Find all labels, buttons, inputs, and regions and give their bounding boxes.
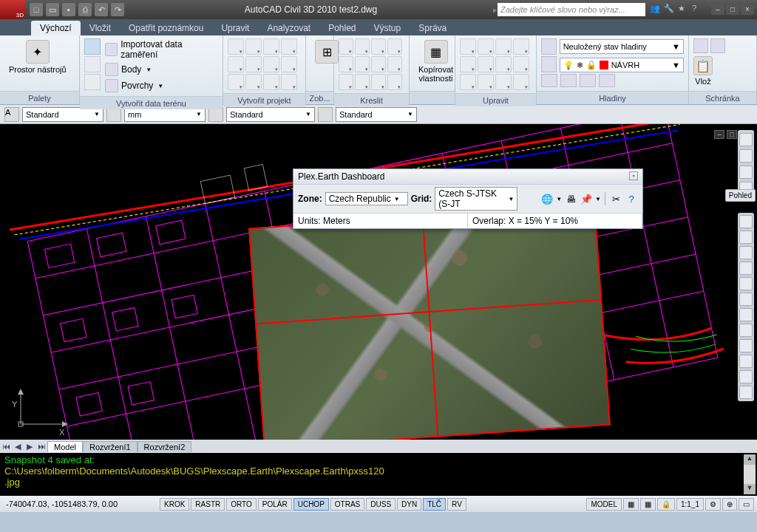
line-icon[interactable] — [339, 38, 353, 55]
project-icon[interactable] — [228, 38, 244, 55]
tab-vychozi[interactable]: Výchozí — [31, 21, 81, 35]
modify-icon[interactable] — [460, 56, 476, 72]
textstyle-icon[interactable]: A — [4, 107, 19, 122]
circle-icon[interactable] — [371, 38, 386, 55]
plexearth-dashboard[interactable]: Plex.Earth Dashboard▫ Zone: Czech Republ… — [293, 168, 643, 229]
tools-icon[interactable]: ✂ — [609, 192, 622, 205]
tool-icon[interactable] — [739, 339, 753, 352]
plex-help-icon[interactable]: ? — [625, 192, 638, 205]
draw-icon[interactable] — [387, 74, 402, 90]
modify-icon[interactable] — [478, 74, 494, 90]
tab-last-icon[interactable]: ⏭ — [35, 442, 47, 451]
tool-icon[interactable] — [739, 277, 753, 290]
layer-props-icon[interactable] — [541, 38, 557, 55]
body-button[interactable]: Body▼ — [103, 62, 218, 77]
tool-icon[interactable] — [739, 386, 753, 399]
modify-icon[interactable] — [513, 56, 529, 72]
draw-icon[interactable] — [371, 56, 386, 72]
project-icon[interactable] — [281, 38, 297, 55]
paste-button[interactable]: 📋Vlož — [693, 56, 713, 86]
globe-icon[interactable]: 🌐 — [540, 192, 554, 205]
project-icon[interactable] — [281, 74, 297, 90]
tab-pohled[interactable]: Pohled — [319, 21, 364, 35]
panel-label-palety[interactable]: Palety — [0, 91, 79, 104]
view-label[interactable]: Pohled — [725, 189, 756, 202]
draw-icon[interactable] — [371, 74, 386, 90]
status-uchop[interactable]: UCHOP — [293, 498, 329, 511]
tab-layout2[interactable]: Rozvržení2 — [138, 441, 192, 452]
modify-icon[interactable] — [495, 56, 512, 72]
layer-icon[interactable] — [580, 74, 596, 87]
panel-label-upravit[interactable]: Upravit — [455, 93, 536, 106]
rotate-icon[interactable] — [495, 38, 512, 55]
tab-model[interactable]: Model — [47, 441, 83, 452]
qat-open-icon[interactable]: ▭ — [46, 3, 59, 16]
layer-icon[interactable] — [599, 74, 615, 87]
coordinates[interactable]: -740047.03, -1051483.79, 0.00 — [3, 499, 158, 508]
project-icon[interactable] — [245, 56, 262, 72]
modify-icon[interactable] — [513, 74, 529, 90]
draw-icon[interactable] — [355, 56, 370, 72]
status-orto[interactable]: ORTO — [226, 498, 257, 511]
status-krok[interactable]: KROK — [160, 498, 189, 511]
pan-icon[interactable] — [739, 149, 753, 163]
cmd-scrollbar[interactable]: ▲▼ — [744, 454, 756, 494]
copy-icon[interactable] — [478, 38, 494, 55]
status-duss[interactable]: DUSS — [366, 498, 396, 511]
project-icon[interactable] — [263, 74, 279, 90]
print-icon[interactable]: 🖶 — [564, 192, 577, 205]
zoom-icon[interactable] — [739, 166, 753, 179]
points-icon[interactable] — [84, 56, 101, 72]
status-grid-icon[interactable]: ▦ — [640, 498, 656, 511]
status-tool-icon[interactable]: ⚙ — [705, 498, 721, 511]
plexearth-titlebar[interactable]: Plex.Earth Dashboard▫ — [293, 169, 642, 184]
pin-icon[interactable]: 📌 — [580, 192, 593, 205]
project-icon[interactable] — [228, 74, 244, 90]
tablestyle-combo[interactable]: Standard▼ — [226, 107, 315, 122]
maximize-button[interactable]: □ — [726, 4, 739, 15]
tab-poznamka[interactable]: Opatřit poznámkou — [120, 21, 212, 35]
layer-icon[interactable] — [541, 74, 557, 87]
tab-vlozit[interactable]: Vložit — [81, 21, 120, 35]
copy-clip-icon[interactable] — [710, 38, 725, 53]
status-tlc[interactable]: TLČ — [423, 498, 446, 511]
layer-combo[interactable]: 💡❄🔓NÁVRH▼ — [560, 58, 684, 72]
help-icon[interactable]: ? — [692, 4, 704, 16]
cut-icon[interactable] — [693, 38, 708, 53]
draw-icon[interactable] — [355, 74, 370, 90]
status-grid-icon[interactable]: ▦ — [623, 498, 639, 511]
mlstyle-combo[interactable]: Standard▼ — [336, 107, 417, 122]
surface-icon[interactable] — [84, 74, 101, 90]
tool-icon[interactable] — [739, 324, 753, 337]
tab-vystup[interactable]: Výstup — [365, 21, 410, 35]
tab-analyzovat[interactable]: Analyzovat — [258, 21, 319, 35]
layer-state-combo[interactable]: Neuložený stav hladiny▼ — [560, 39, 684, 54]
app-menu-button[interactable] — [0, 0, 25, 19]
layer-icon[interactable] — [560, 74, 577, 87]
povrchy-button[interactable]: Povrchy▼ — [103, 78, 218, 93]
mlstyle-icon[interactable] — [318, 107, 333, 122]
trim-icon[interactable] — [513, 38, 529, 55]
status-scale-lock-icon[interactable]: 🔒 — [657, 498, 675, 511]
project-icon[interactable] — [281, 56, 297, 72]
modify-icon[interactable] — [478, 56, 494, 72]
tab-first-icon[interactable]: ⏮ — [0, 442, 12, 451]
tool-icon[interactable] — [739, 355, 753, 368]
command-line[interactable]: Snapshot 4 saved at: C:\Users\folberm\Do… — [0, 453, 757, 496]
project-icon[interactable] — [245, 38, 262, 55]
project-icon[interactable] — [263, 38, 279, 55]
panel-label-teren[interactable]: Vytvořit data terénu — [80, 96, 223, 109]
zone-combo[interactable]: Czech Republic▼ — [325, 192, 408, 205]
key-icon[interactable]: 🔧 — [664, 4, 676, 16]
panel-label-hladiny[interactable]: Hladiny — [537, 91, 688, 104]
project-icon[interactable] — [228, 56, 244, 72]
survey-icon[interactable] — [84, 38, 101, 55]
status-otras[interactable]: OTRAS — [330, 498, 364, 511]
status-rv[interactable]: RV — [447, 498, 466, 511]
import-survey-button[interactable]: Importovat data zaměření — [103, 38, 218, 61]
tab-sprava[interactable]: Správa — [410, 21, 455, 35]
tool-icon[interactable] — [739, 231, 753, 244]
status-rastr[interactable]: RASTR — [191, 498, 225, 511]
grid-combo[interactable]: Czech S-JTSK (S-JT▼ — [435, 187, 517, 211]
draw-icon[interactable] — [339, 56, 353, 72]
